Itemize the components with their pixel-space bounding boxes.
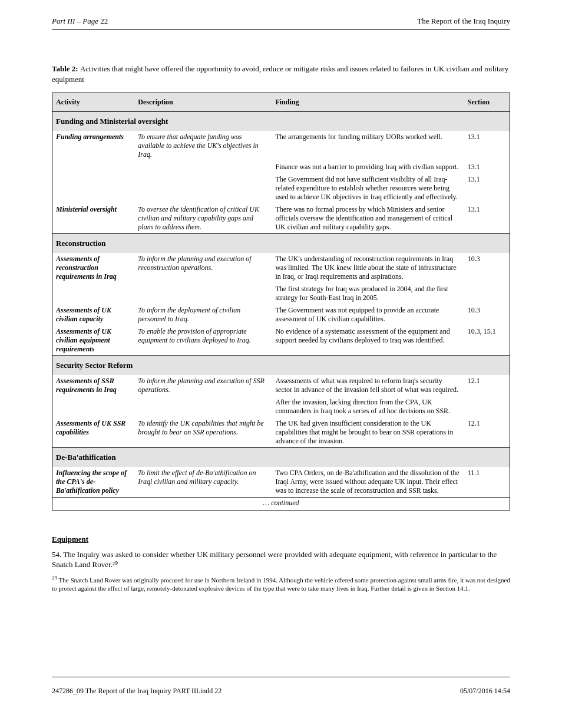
- category-row: De-Ba'athification: [52, 448, 510, 467]
- table-cell: 11.1: [464, 467, 510, 498]
- table-label-text: Activities that might have offered the o…: [52, 64, 508, 84]
- category-row: Security Sector Reform: [52, 356, 510, 375]
- table-cell: 13.1: [464, 203, 510, 234]
- table-cell: [52, 396, 135, 417]
- table-row: Assessments of UK civilian capacityTo in…: [52, 304, 510, 325]
- header-page-label: Part III – Page: [52, 17, 100, 25]
- table-cell: Ministerial oversight: [52, 203, 135, 234]
- table-cell: [52, 283, 135, 304]
- table-cell: [464, 396, 510, 417]
- table-row: Funding arrangementsTo ensure that adequ…: [52, 131, 510, 161]
- footnote: 29 The Snatch Land Rover was originally …: [52, 575, 510, 592]
- table-cell: There was no formal process by which Min…: [272, 203, 464, 234]
- table-cell: The UK had given insufficient considerat…: [272, 417, 464, 448]
- footer-rule: [52, 677, 510, 677]
- table-cell: To inform the deployment of civilian per…: [134, 304, 272, 325]
- table-cell: The first strategy for Iraq was produced…: [272, 283, 464, 304]
- category-row: Funding and Ministerial oversight: [52, 112, 510, 131]
- section-paragraph: 54. The Inquiry was asked to consider wh…: [52, 549, 510, 570]
- table-cell: The arrangements for funding military UO…: [272, 131, 464, 161]
- table-cell: Funding arrangements: [52, 131, 135, 161]
- table-row: Finance was not a barrier to providing I…: [52, 161, 510, 173]
- table-cell: 10.3: [464, 253, 510, 283]
- category-cell: Reconstruction: [52, 234, 510, 253]
- table-cell: Assessments of UK SSR capabilities: [52, 417, 135, 448]
- header-right: The Report of the Iraq Inquiry: [417, 17, 510, 26]
- table-row: Assessments of UK civilian equipment req…: [52, 325, 510, 356]
- table-cell: [52, 173, 135, 203]
- header-page-number: 22: [100, 17, 108, 25]
- table-cell: 12.1: [464, 375, 510, 396]
- table-cell: To inform the planning and execution of …: [134, 253, 272, 283]
- table-cell: Assessments of reconstruction requiremen…: [52, 253, 135, 283]
- table-cell: To identify the UK capabilities that mig…: [134, 417, 272, 448]
- table-cell: [134, 283, 272, 304]
- table-row: Influencing the scope of the CPA's de-Ba…: [52, 467, 510, 498]
- continued-cell: … continued: [52, 498, 510, 510]
- table-cell: [134, 173, 272, 203]
- table-row: Assessments of SSR requirements in IraqT…: [52, 375, 510, 396]
- col-section: Section: [464, 93, 510, 112]
- table-cell: [52, 161, 135, 173]
- table-cell: To inform the planning and execution of …: [134, 375, 272, 396]
- footer-right: 05/07/2016 14:54: [460, 687, 510, 696]
- para-line-1: 54. The Inquiry was asked to consider wh…: [52, 550, 329, 559]
- table-row: The first strategy for Iraq was produced…: [52, 283, 510, 304]
- table-cell: After the invasion, lacking direction fr…: [272, 396, 464, 417]
- table-cell: 13.1: [464, 161, 510, 173]
- section-heading: Equipment: [52, 534, 510, 545]
- table-cell: Assessments of what was required to refo…: [272, 375, 464, 396]
- table-cell: The Government did not have sufficient v…: [272, 173, 464, 203]
- table-cell: To oversee the identification of critica…: [134, 203, 272, 234]
- table-label-prefix: Table 2:: [52, 64, 80, 73]
- footnote-marker: 29: [52, 575, 57, 581]
- category-cell: De-Ba'athification: [52, 448, 510, 467]
- table-cell: The Government was not equipped to provi…: [272, 304, 464, 325]
- footer-left: 247286_09 The Report of the Iraq Inquiry…: [52, 687, 222, 696]
- continued-row: … continued: [52, 498, 510, 510]
- header-left: Part III – Page 22: [52, 17, 108, 26]
- findings-table: Activity Description Finding Section Fun…: [52, 93, 510, 510]
- table-cell: No evidence of a systematic assessment o…: [272, 325, 464, 356]
- category-cell: Security Sector Reform: [52, 356, 510, 375]
- table-row: Ministerial oversightTo oversee the iden…: [52, 203, 510, 234]
- table-cell: The UK's understanding of reconstruction…: [272, 253, 464, 283]
- table-cell: 10.3: [464, 304, 510, 325]
- table-cell: To enable the provision of appropriate e…: [134, 325, 272, 356]
- table-cell: [134, 396, 272, 417]
- table-cell: To limit the effect of de-Ba'athificatio…: [134, 467, 272, 498]
- category-row: Reconstruction: [52, 234, 510, 253]
- table-cell: Assessments of UK civilian capacity: [52, 304, 135, 325]
- header-rule: [52, 29, 510, 30]
- table-cell: Assessments of SSR requirements in Iraq: [52, 375, 135, 396]
- table-cell: Finance was not a barrier to providing I…: [272, 161, 464, 173]
- table-cell: [464, 283, 510, 304]
- table-cell: Influencing the scope of the CPA's de-Ba…: [52, 467, 135, 498]
- table-cell: 12.1: [464, 417, 510, 448]
- table-row: Assessments of reconstruction requiremen…: [52, 253, 510, 283]
- table-cell: 10.3, 15.1: [464, 325, 510, 356]
- table-cell: [134, 161, 272, 173]
- table-cell: Two CPA Orders, on de-Ba'athification an…: [272, 467, 464, 498]
- table-cell: To ensure that adequate funding was avai…: [134, 131, 272, 161]
- table-label: Table 2: Activities that might have offe…: [52, 64, 508, 84]
- col-activity: Activity: [52, 93, 135, 112]
- table-cell: Assessments of UK civilian equipment req…: [52, 325, 135, 356]
- table-cell: 13.1: [464, 131, 510, 161]
- table-row: After the invasion, lacking direction fr…: [52, 396, 510, 417]
- table-row: The Government did not have sufficient v…: [52, 173, 510, 203]
- col-description: Description: [134, 93, 272, 112]
- table-header-row: Activity Description Finding Section: [52, 93, 510, 112]
- category-cell: Funding and Ministerial oversight: [52, 112, 510, 131]
- col-finding: Finding: [272, 93, 464, 112]
- table-row: Assessments of UK SSR capabilitiesTo ide…: [52, 417, 510, 448]
- footnote-text: The Snatch Land Rover was originally pro…: [52, 576, 510, 591]
- table-cell: 13.1: [464, 173, 510, 203]
